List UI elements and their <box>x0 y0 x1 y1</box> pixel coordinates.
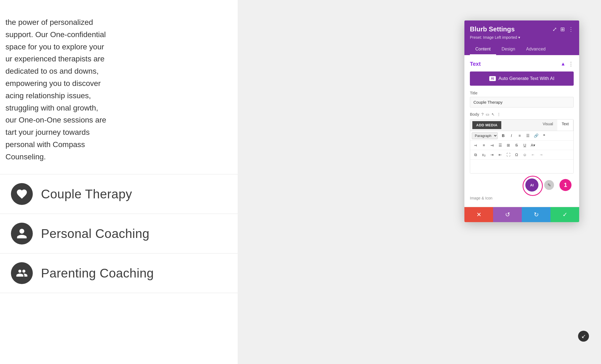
cancel-button[interactable]: ✕ <box>464 207 493 222</box>
bold-button[interactable]: B <box>499 132 507 139</box>
tab-visual[interactable]: Visual <box>538 120 557 131</box>
justify-button[interactable]: ☰ <box>496 142 504 149</box>
ai-float-ring: AI <box>524 177 540 193</box>
panel-bottom-bar: ✕ ↺ ↻ ✓ <box>464 207 579 222</box>
underline-button[interactable]: U <box>521 142 529 149</box>
parenting-coaching-icon <box>11 262 33 284</box>
tab-content[interactable]: Content <box>470 44 496 55</box>
fullscreen-icon[interactable]: ⤢ <box>552 26 557 32</box>
ai-inline-label: AI <box>530 183 534 187</box>
redo-button[interactable]: ↻ <box>522 207 550 222</box>
list-item: Parenting Coaching <box>0 253 238 293</box>
parenting-coaching-label: Parenting Coaching <box>41 266 154 281</box>
auto-generate-ai-button[interactable]: AI Auto Generate Text With AI <box>470 71 574 86</box>
paste-button[interactable]: ⧉ <box>472 151 479 158</box>
redo-editor-button[interactable]: → <box>537 151 545 158</box>
editor-content-area[interactable] <box>470 160 573 173</box>
panel-title: Blurb Settings <box>470 25 515 33</box>
fullscreen-editor-button[interactable]: ⛶ <box>505 151 512 158</box>
panel-header: Blurb Settings ⤢ ⊞ ⋮ Preset: Image Left … <box>464 20 579 55</box>
toolbar-row-3: ⧉ x₂ ⇥ ⇤ ⛶ Ω ☺ ← → <box>470 150 573 160</box>
subscript-button[interactable]: x₂ <box>480 151 488 158</box>
more-options-icon[interactable]: ⋮ <box>568 26 574 32</box>
editor-tab-bar: ADD MEDIA Visual Text <box>470 120 573 131</box>
panel-header-icons: ⤢ ⊞ ⋮ <box>552 26 574 32</box>
body-text: the power of personalized support. Our O… <box>5 18 106 161</box>
ai-badge: AI <box>489 76 496 81</box>
collapse-icon[interactable]: ▲ <box>561 61 565 67</box>
tab-advanced[interactable]: Advanced <box>521 44 551 55</box>
service-list: Couple Therapy Personal Coaching Parenti… <box>0 174 238 293</box>
table-button[interactable]: ⊞ <box>505 142 512 149</box>
image-icon-section-hint: Image & Icon <box>470 196 574 201</box>
body-field-label: Body <box>470 112 479 117</box>
undo-editor-button[interactable]: ← <box>529 151 537 158</box>
blockquote-button[interactable]: ❝ <box>540 132 548 139</box>
strikethrough-button[interactable]: S <box>513 142 520 149</box>
paragraph-select[interactable]: Paragraph <box>472 132 498 139</box>
align-center-button[interactable]: ≡ <box>480 142 488 149</box>
save-button[interactable]: ✓ <box>550 207 579 222</box>
main-content-area: the power of personalized support. Our O… <box>0 0 238 364</box>
blurb-settings-panel: Blurb Settings ⤢ ⊞ ⋮ Preset: Image Left … <box>464 20 579 222</box>
toolbar-row-2: ⫤ ≡ ⫥ ☰ ⊞ S U A▾ <box>470 141 573 150</box>
align-right-button[interactable]: ⫥ <box>488 142 496 149</box>
body-mobile-icon[interactable]: ▭ <box>486 112 489 117</box>
toolbar-row-1: Paragraph B I ≡ ☰ 🔗 ❝ <box>470 131 573 141</box>
preset-label[interactable]: Preset: Image Left imported ▾ <box>470 35 574 40</box>
section-title: Text <box>470 61 481 67</box>
personal-coaching-label: Personal Coaching <box>41 226 149 241</box>
align-left-button[interactable]: ⫤ <box>472 142 479 149</box>
drag-handle[interactable]: ↙ <box>578 331 589 342</box>
omega-button[interactable]: Ω <box>513 151 520 158</box>
ai-float-area: AI ✎ 1 <box>470 177 574 193</box>
tab-design[interactable]: Design <box>496 44 521 55</box>
ordered-list-button[interactable]: ☰ <box>524 132 532 139</box>
personal-coaching-icon <box>11 223 33 244</box>
ai-button-label: Auto Generate Text With AI <box>499 76 555 81</box>
title-field-label: Title <box>470 91 574 95</box>
panel-tabs: Content Design Advanced <box>470 44 574 55</box>
undo-button[interactable]: ↺ <box>493 207 522 222</box>
outdent-button[interactable]: ⇤ <box>496 151 504 158</box>
list-item: Personal Coaching <box>0 214 238 253</box>
couple-therapy-icon <box>11 183 33 205</box>
indent-button[interactable]: ⇥ <box>488 151 496 158</box>
body-editor: ADD MEDIA Visual Text Paragraph B I ≡ ☰ … <box>470 119 574 174</box>
body-label-row: Body ? ▭ ↖ ⋮ <box>470 112 574 117</box>
step-badge: 1 <box>559 179 571 191</box>
title-input[interactable] <box>470 97 574 108</box>
link-button[interactable]: 🔗 <box>532 132 540 139</box>
section-more-icon[interactable]: ⋮ <box>568 61 574 67</box>
panel-header-top: Blurb Settings ⤢ ⊞ ⋮ <box>470 25 574 33</box>
unordered-list-button[interactable]: ≡ <box>516 132 523 139</box>
font-color-button[interactable]: A▾ <box>529 142 537 149</box>
text-block: the power of personalized support. Our O… <box>0 11 115 169</box>
list-item: Couple Therapy <box>0 174 238 214</box>
body-pointer-icon[interactable]: ↖ <box>491 112 495 117</box>
section-header-controls: ▲ ⋮ <box>561 61 574 67</box>
emoji-button[interactable]: ☺ <box>521 151 529 158</box>
tab-text[interactable]: Text <box>557 120 573 131</box>
italic-button[interactable]: I <box>508 132 515 139</box>
text-section-header: Text ▲ ⋮ <box>470 61 574 67</box>
body-help-icon[interactable]: ? <box>481 112 484 117</box>
add-media-button[interactable]: ADD MEDIA <box>472 121 501 129</box>
couple-therapy-label: Couple Therapy <box>41 187 132 201</box>
pencil-float-button[interactable]: ✎ <box>544 180 554 190</box>
ai-inline-button[interactable]: AI <box>525 178 538 192</box>
split-view-icon[interactable]: ⊞ <box>560 26 565 32</box>
panel-body: Text ▲ ⋮ AI Auto Generate Text With AI T… <box>464 55 579 207</box>
body-more-icon[interactable]: ⋮ <box>497 112 501 117</box>
